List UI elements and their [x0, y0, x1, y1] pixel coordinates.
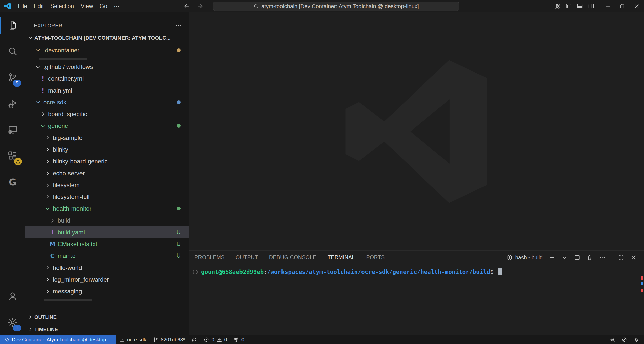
close-panel-button[interactable] — [630, 254, 637, 261]
menu-item-[interactable]: ⋯ — [110, 0, 123, 12]
split-terminal-button[interactable] — [574, 254, 580, 261]
tree-row-main-yml[interactable]: !main.yml — [25, 84, 189, 96]
status-text: 0 — [242, 337, 244, 343]
layout-sidebar-right-icon — [588, 3, 594, 9]
tree-item-label: filesystem-full — [53, 193, 89, 200]
activity-remote-explorer[interactable] — [0, 117, 25, 143]
layout-sidebar-right-button[interactable] — [585, 0, 597, 12]
yaml-file-icon: ! — [39, 87, 46, 94]
title-bar: FileEditSelectionViewGo⋯ atym-toolchain … — [0, 0, 644, 12]
tree-row-messaging[interactable]: messaging — [25, 285, 189, 297]
cmake-file-icon: M — [49, 241, 56, 248]
tree-row-blinky-board-generic[interactable]: blinky-board-generic — [25, 155, 189, 167]
status-screen-zoom[interactable] — [606, 335, 618, 344]
terminal-more-actions-button[interactable] — [599, 254, 606, 261]
launch-profile-button[interactable] — [561, 254, 568, 261]
activity-bar: 5G 1 — [0, 12, 25, 335]
status-notifications[interactable] — [630, 335, 642, 344]
outline-section[interactable]: OUTLINE — [25, 311, 189, 323]
panel-tab-problems[interactable]: PROBLEMS — [194, 251, 225, 264]
activity-search[interactable] — [0, 38, 25, 64]
panel-tab-terminal[interactable]: TERMINAL — [328, 251, 355, 264]
status-problems[interactable]: 00 — [200, 335, 230, 344]
timeline-section[interactable]: TIMELINE — [25, 323, 189, 335]
tree-row-cmakelists-txt[interactable]: MCMakeLists.txtU — [25, 238, 189, 250]
chevron-down-icon — [34, 63, 42, 70]
kill-terminal-button[interactable] — [586, 254, 593, 261]
tree-row--github-workflows[interactable]: .github / workflows — [25, 61, 189, 73]
close-button[interactable] — [629, 0, 644, 12]
activity-accounts[interactable] — [0, 283, 25, 309]
tree-item-label: blinky — [53, 146, 68, 153]
git-status-dot-icon — [177, 207, 181, 210]
tree-row-build-yaml[interactable]: !build.yamlU — [25, 226, 189, 238]
terminal-instance[interactable]: bash - build — [506, 254, 543, 261]
ellipsis-icon[interactable] — [175, 22, 182, 29]
tree-row-log-mirror-forwarder[interactable]: log_mirror_forwarder — [25, 274, 189, 285]
tree-row-filesystem-full[interactable]: filesystem-full — [25, 191, 189, 203]
status-active-folder[interactable]: ocre-sdk — [116, 335, 150, 344]
layout-sidebar-button[interactable] — [563, 0, 574, 12]
command-decoration-icon — [193, 270, 198, 274]
status-remote-indicator[interactable]: Dev Container: Atym Toolchain @ desktop-… — [0, 335, 116, 344]
tree-row-blinky[interactable]: blinky — [25, 144, 189, 155]
tree-item-label: build — [58, 217, 70, 224]
tree-row-health-monitor[interactable]: health-monitor — [25, 203, 189, 214]
command-center[interactable]: atym-toolchain [Dev Container: Atym Tool… — [213, 2, 459, 11]
prompt-segment: $ — [490, 269, 494, 275]
new-terminal-button[interactable] — [549, 254, 555, 261]
status-copilot-status[interactable] — [618, 335, 630, 344]
badge-count: 5 — [13, 80, 21, 87]
sidebar-bottom-sections: OUTLINE TIMELINE — [25, 311, 189, 335]
menu-item-file[interactable]: File — [15, 0, 30, 12]
chevron-right-icon — [44, 158, 51, 165]
tree-row-hello-world[interactable]: hello-world — [25, 262, 189, 274]
tree-row-filesystem[interactable]: filesystem — [25, 179, 189, 191]
terminal-viewport[interactable]: gount@658aeb2d99eb:/workspaces/atym-tool… — [189, 264, 644, 275]
tree-row-echo-server[interactable]: echo-server — [25, 167, 189, 179]
status-git-branch[interactable]: 8201db68* — [150, 335, 188, 344]
tree-row-ocre-sdk[interactable]: ocre-sdk — [25, 96, 189, 108]
workspace-section-header[interactable]: ATYM-TOOLCHAIN [DEV CONTAINER: ATYM TOOL… — [25, 32, 189, 44]
tree-row-big-sample[interactable]: big-sample — [25, 132, 189, 144]
yaml-file-icon: ! — [39, 75, 46, 82]
timeline-label: TIMELINE — [34, 327, 58, 332]
layout-panel-button[interactable] — [574, 0, 585, 12]
activity-g-extension[interactable]: G — [0, 169, 25, 195]
tree-row-generic[interactable]: generic — [25, 120, 189, 132]
badge-count: 1 — [13, 325, 21, 331]
forward-arrow-icon[interactable] — [197, 3, 204, 10]
menu-item-selection[interactable]: Selection — [47, 0, 77, 12]
back-arrow-icon[interactable] — [183, 3, 190, 10]
status-git-sync[interactable] — [188, 335, 200, 344]
panel-tab-ports[interactable]: PORTS — [366, 251, 385, 264]
chevron-right-icon — [44, 264, 51, 271]
panel-tab-output[interactable]: OUTPUT — [236, 251, 258, 264]
tree-row--devcontainer[interactable]: .devcontainer — [25, 44, 189, 56]
tree-row-board-specific[interactable]: board_specific — [25, 108, 189, 120]
activity-run-and-debug[interactable] — [0, 91, 25, 117]
tree-row-main-c[interactable]: Cmain.cU — [25, 250, 189, 262]
restore-button[interactable] — [615, 0, 629, 12]
activity-settings[interactable]: 1 — [0, 309, 25, 335]
tree-item-label: hello-world — [53, 264, 82, 271]
tree-row-container-yml[interactable]: !container.yml — [25, 73, 189, 84]
panel-tab-debug-console[interactable]: DEBUG CONSOLE — [269, 251, 316, 264]
status-text: 0 — [224, 337, 227, 343]
status-bar: Dev Container: Atym Toolchain @ desktop-… — [0, 335, 644, 344]
activity-source-control[interactable]: 5 — [0, 64, 25, 91]
customize-layout-button[interactable] — [551, 0, 563, 12]
minimize-button[interactable] — [600, 0, 615, 12]
chevron-down-icon — [44, 205, 51, 212]
activity-explorer[interactable] — [0, 12, 25, 38]
files-icon — [7, 20, 18, 30]
menu-item-edit[interactable]: Edit — [30, 0, 47, 12]
overview-ruler-mark — [641, 282, 643, 285]
maximize-panel-button[interactable] — [618, 254, 624, 261]
menu-item-go[interactable]: Go — [96, 0, 111, 12]
chevron-right-icon — [44, 288, 51, 295]
activity-extensions[interactable] — [0, 143, 25, 169]
menu-item-view[interactable]: View — [77, 0, 96, 12]
tree-row-build[interactable]: build — [25, 214, 189, 226]
status-ports[interactable]: 0 — [230, 335, 248, 344]
